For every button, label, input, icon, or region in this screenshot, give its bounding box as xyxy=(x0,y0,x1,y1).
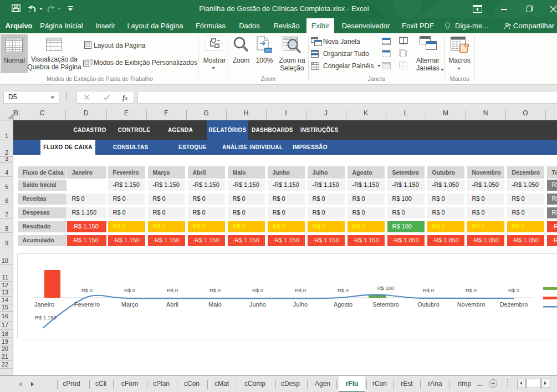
svg-text:100: 100 xyxy=(265,48,272,52)
